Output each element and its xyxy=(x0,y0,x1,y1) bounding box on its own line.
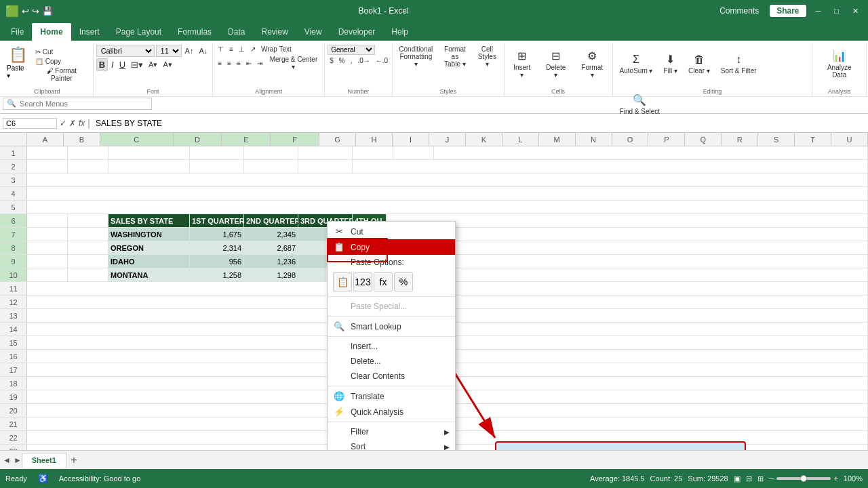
cell-C1[interactable] xyxy=(108,146,190,159)
col-header-G[interactable]: G xyxy=(319,133,356,146)
format-as-table-button[interactable]: Format asTable ▾ xyxy=(438,45,472,68)
col-header-O[interactable]: O xyxy=(612,133,649,146)
formula-bar-icon-cancel[interactable]: ✗ xyxy=(69,119,76,128)
cell-C7[interactable]: WASHINGTON xyxy=(108,228,190,241)
cell-A8[interactable] xyxy=(27,241,68,254)
cell-D1[interactable] xyxy=(190,146,244,159)
context-menu-translate[interactable]: 🌐 Translate xyxy=(328,388,455,404)
cell-rest-4[interactable] xyxy=(27,187,868,200)
align-bottom[interactable]: ⊥ xyxy=(237,45,247,54)
autosum-button[interactable]: Σ AutoSum ▾ xyxy=(616,45,657,83)
cell-rest-8[interactable] xyxy=(387,241,868,254)
cell-rest-3[interactable] xyxy=(27,174,868,186)
paste-button[interactable]: 📋 Paste ▾ xyxy=(4,45,32,85)
maximize-icon[interactable]: □ xyxy=(830,7,843,15)
cell-D10[interactable]: 1,258 xyxy=(190,268,244,281)
cell-E7[interactable]: 2,345 xyxy=(244,228,298,241)
col-header-F[interactable]: F xyxy=(271,133,319,146)
align-center[interactable]: ≡ xyxy=(225,59,233,68)
view-layout-icon[interactable]: ⊟ xyxy=(746,474,752,483)
col-header-N[interactable]: N xyxy=(576,133,612,146)
cell-D6[interactable]: 1ST QUARTER xyxy=(190,214,244,227)
row-num-6[interactable]: 6 xyxy=(0,214,27,227)
col-header-T[interactable]: T xyxy=(795,133,831,146)
zoom-slider[interactable]: ─ + xyxy=(769,474,838,483)
cell-D9[interactable]: 956 xyxy=(190,255,244,268)
indent-increase[interactable]: ⇥ xyxy=(255,59,264,68)
col-header-U[interactable]: U xyxy=(831,133,868,146)
col-header-K[interactable]: K xyxy=(466,133,502,146)
context-menu-smart-lookup[interactable]: 🔍 Smart Lookup xyxy=(328,319,455,334)
quick-access-redo[interactable]: ↪ xyxy=(32,6,39,16)
paste-icon-formatting[interactable]: % xyxy=(394,272,413,291)
currency-button[interactable]: $ xyxy=(328,56,336,65)
zoom-thumb[interactable] xyxy=(800,475,807,482)
tab-file[interactable]: File xyxy=(3,23,32,41)
cell-B8[interactable] xyxy=(68,241,108,254)
fill-button[interactable]: ⬇ Fill ▾ xyxy=(660,45,682,83)
bold-button[interactable]: B xyxy=(96,58,108,71)
cell-rest-2[interactable] xyxy=(353,160,868,173)
merge-center[interactable]: Merge & Center ▾ xyxy=(266,55,321,71)
zoom-in-icon[interactable]: + xyxy=(833,474,837,483)
font-color-button[interactable]: A▾ xyxy=(161,60,174,70)
row-num-1[interactable]: 1 xyxy=(0,146,27,159)
cell-A1[interactable] xyxy=(27,146,68,159)
format-painter-button[interactable]: 🖌 Format Painter xyxy=(33,66,90,83)
cell-C2[interactable] xyxy=(108,160,190,173)
align-right[interactable]: ≡ xyxy=(235,59,243,68)
cut-button[interactable]: ✂ Cut xyxy=(33,47,90,56)
cell-rest-9[interactable] xyxy=(387,255,868,268)
cell-rest-10[interactable] xyxy=(387,268,868,281)
cell-rest-6[interactable] xyxy=(387,214,868,227)
font-size-select[interactable]: 11 xyxy=(156,45,182,57)
cell-rest-7[interactable] xyxy=(387,228,868,241)
row-num-4[interactable]: 4 xyxy=(0,187,27,200)
col-header-D[interactable]: D xyxy=(174,133,222,146)
col-header-R[interactable]: R xyxy=(722,133,758,146)
cell-C9[interactable]: IDAHO xyxy=(108,255,190,268)
context-menu-insert[interactable]: Insert... xyxy=(328,339,455,354)
context-menu-filter[interactable]: Filter ▶ xyxy=(328,424,455,439)
tab-page-layout[interactable]: Page Layout xyxy=(108,23,170,41)
cell-C8[interactable]: OREGON xyxy=(108,241,190,254)
col-header-H[interactable]: H xyxy=(356,133,393,146)
tab-home[interactable]: Home xyxy=(32,23,71,41)
col-header-P[interactable]: P xyxy=(648,133,685,146)
cell-A6[interactable] xyxy=(27,214,68,227)
cell-G1[interactable] xyxy=(353,146,393,159)
row-num-5[interactable]: 5 xyxy=(0,201,27,214)
borders-button[interactable]: ⊟▾ xyxy=(129,59,145,70)
cell-F2[interactable] xyxy=(298,160,353,173)
search-menus-wrapper[interactable]: 🔍 xyxy=(3,98,152,110)
cell-rest-1[interactable] xyxy=(434,146,868,159)
context-menu-paste-icons[interactable]: 📋 123 fx % xyxy=(328,270,455,294)
row-num-2[interactable]: 2 xyxy=(0,160,27,173)
formula-bar-icon-check[interactable]: ✓ xyxy=(60,119,66,128)
context-menu-quick-analysis[interactable]: ⚡ Quick Analysis xyxy=(328,404,455,420)
decrease-decimal[interactable]: ←.0 xyxy=(374,56,390,65)
cell-D8[interactable]: 2,314 xyxy=(190,241,244,254)
underline-button[interactable]: U xyxy=(117,59,127,70)
scroll-left-icon[interactable]: ◄ xyxy=(3,455,11,465)
cell-H1[interactable] xyxy=(393,146,434,159)
row-num-3[interactable]: 3 xyxy=(0,174,27,186)
cell-A2[interactable] xyxy=(27,160,68,173)
cell-B2[interactable] xyxy=(68,160,108,173)
sort-filter-button[interactable]: ↕ Sort & Filter xyxy=(717,45,761,83)
cell-rest-5[interactable] xyxy=(27,201,868,214)
col-header-M[interactable]: M xyxy=(539,133,576,146)
view-page-break-icon[interactable]: ⊞ xyxy=(757,474,764,483)
cell-B1[interactable] xyxy=(68,146,108,159)
cell-A9[interactable] xyxy=(27,255,68,268)
cell-E9[interactable]: 1,236 xyxy=(244,255,298,268)
col-header-C[interactable]: C xyxy=(100,133,174,146)
add-sheet-button[interactable]: + xyxy=(66,453,81,468)
italic-button[interactable]: I xyxy=(109,59,116,70)
zoom-out-icon[interactable]: ─ xyxy=(769,474,774,483)
increase-font-size[interactable]: A↑ xyxy=(183,46,196,56)
row-num-10[interactable]: 10 xyxy=(0,268,27,281)
name-box[interactable] xyxy=(3,118,57,129)
context-menu-clear-contents[interactable]: Clear Contents xyxy=(328,369,455,384)
cell-C6[interactable]: SALES BY STATE xyxy=(108,214,190,227)
